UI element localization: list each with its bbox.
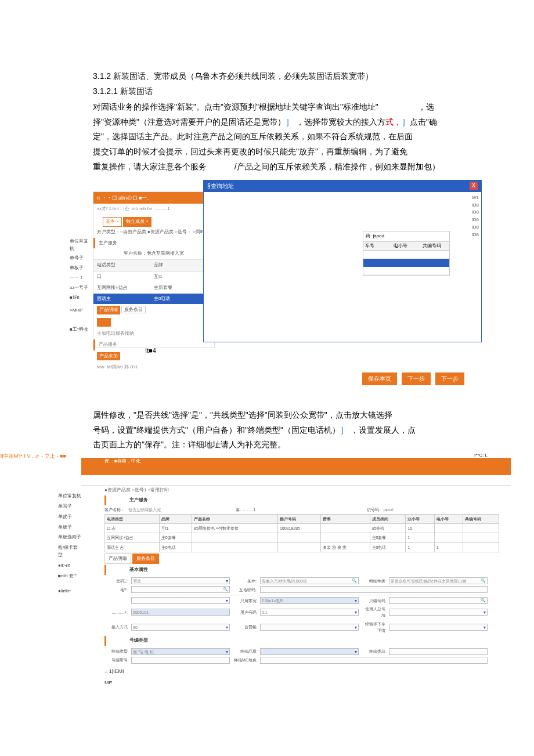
s2-form-2: 终端类型 固 "话 电 机 终端品质 终端类总 号编带号 终端MC地点 bbox=[104, 648, 488, 664]
s2-footer-1: = 1|IEMI bbox=[104, 667, 488, 675]
select-x[interactable] bbox=[131, 597, 230, 604]
select-bandwidth[interactable]: E86n1×电R bbox=[260, 597, 359, 604]
c: 激装 滑 资 类 bbox=[321, 542, 370, 552]
s1-sb-2b: 一一 1 bbox=[70, 274, 91, 282]
s1-prodtab1[interactable]: 产品明细 bbox=[97, 306, 120, 314]
select-terminal-qual[interactable] bbox=[260, 648, 359, 655]
c: 互t1 bbox=[159, 524, 192, 533]
paragraph-line-8: 击页面上方的"保存"。注：详细地址请人为补充完整。 bbox=[93, 438, 488, 452]
s1-td1a: 口 bbox=[97, 273, 154, 281]
input-condition[interactable]: 应急入市对住用品山00值 bbox=[260, 577, 359, 584]
s2-prodtab-2[interactable]: 服务条目 bbox=[132, 554, 159, 565]
input-addr[interactable] bbox=[131, 586, 230, 593]
s1-tab-member[interactable]: 独立成员 × bbox=[123, 217, 151, 227]
c bbox=[321, 524, 370, 533]
lbl: ...........×: bbox=[104, 609, 128, 616]
s1-sb-3: oz一号子 bbox=[70, 284, 91, 292]
table-row[interactable]: 口.占 互t1 e5网络接电 ×付数零接接 100818285 o5等机 10 bbox=[105, 524, 499, 533]
c bbox=[463, 524, 499, 533]
select-exp[interactable] bbox=[389, 624, 488, 631]
s2-radio-row[interactable]: ●资源产品类 ○选号1 ○常用打印 bbox=[81, 486, 511, 495]
input-loc-code[interactable] bbox=[260, 586, 488, 593]
next-button-2[interactable]: 下一步 bbox=[435, 372, 464, 385]
s2-sb-3: 单板子 bbox=[58, 524, 82, 531]
lbl: 终端类总 bbox=[362, 648, 385, 654]
s1-td2b: 主新套餐 bbox=[154, 284, 211, 292]
s1-prodtab2[interactable]: 服务条目 bbox=[121, 306, 146, 313]
rp-th2: 共编号码 bbox=[421, 242, 449, 251]
save-button[interactable]: 保存本页 bbox=[362, 372, 397, 385]
s1-th1: 电话类型 bbox=[97, 262, 154, 269]
input-detailclass[interactable]: 常是众鱼可无线民侧品c件在之居类限山侧 bbox=[389, 577, 488, 584]
c: 主0电话 bbox=[159, 542, 192, 552]
s2-th-4: 费率 bbox=[321, 514, 370, 523]
c bbox=[463, 542, 499, 552]
close-icon[interactable]: X bbox=[470, 182, 478, 190]
rc0: W1 bbox=[456, 194, 479, 202]
s1-bottom-btn[interactable]: 产品未加 bbox=[97, 352, 120, 361]
s2-topbar: 保. . ■存留，中化 i**C; L bbox=[81, 458, 511, 475]
s2-f3l: 识号码: bbox=[367, 507, 380, 513]
s1-left-panel: n ・・口 alm心口 ■一. xx才f 1.lmt：i丕 :m≥ mb hn … bbox=[93, 191, 215, 348]
s1-td3b[interactable]: 主0电话 bbox=[154, 295, 211, 303]
c: 口.占 bbox=[105, 524, 160, 533]
input-shared-num[interactable] bbox=[389, 597, 488, 604]
p5b: /产品之间的互斥依赖关系，精准操作，例如来显附加包） bbox=[234, 162, 440, 171]
rc5: ID8 bbox=[456, 231, 479, 239]
s1-subline: xx才f 1.lmt：i丕 :m≥ mb hn ---- ----1 bbox=[93, 204, 214, 215]
c bbox=[277, 533, 320, 542]
s2-section3: 号编类型 bbox=[104, 636, 511, 646]
next-button-1[interactable]: 下一步 bbox=[402, 372, 431, 385]
s1-sb-4: ■好it bbox=[70, 294, 91, 302]
table-row[interactable]: 固话主 占 主0电话 激装 滑 资 类 主0电话 1 1 bbox=[105, 542, 499, 552]
input-dots[interactable]: 0000101 bbox=[131, 609, 230, 616]
input-terminal-total[interactable] bbox=[389, 648, 488, 655]
select-terminal-type[interactable]: 固 "话 电 机 bbox=[131, 648, 230, 655]
rp-th0: 车号 bbox=[363, 242, 392, 251]
s1-tab-basic[interactable]: 基本 × bbox=[103, 217, 122, 227]
table-row[interactable]: 互网网接×益占 主0套餐 主0套餐 1 bbox=[105, 533, 499, 542]
heading-3-1-2-1: 3.1.2.1 新装固话 bbox=[93, 85, 488, 97]
s1-caption-left: Mw· Mf国IMI 邦 iTH bbox=[93, 362, 214, 373]
select-access[interactable]: 80 bbox=[131, 624, 230, 631]
c: 1 bbox=[434, 542, 463, 552]
s1-radio-row[interactable]: 开户类型：○自由产品类 ●资源产品类 ○选号： ○同时 bbox=[93, 227, 214, 238]
lbl: 只属带宽 bbox=[233, 598, 257, 604]
rp-th1: 电小等 bbox=[392, 242, 420, 251]
s1-bottom-block[interactable] bbox=[97, 318, 111, 327]
c bbox=[434, 524, 463, 533]
s1-td2a: 互网网接×益占 bbox=[97, 284, 154, 292]
select-is-shared[interactable]: 否是 bbox=[131, 577, 230, 584]
s1-sidebar: 单位常复机 单号子 单板子 一一 1 oz一号子 ■好it >MHP ■工*料收 bbox=[70, 238, 91, 336]
s2-f3v: japod bbox=[384, 507, 488, 513]
p2d: 点击"确 bbox=[410, 117, 437, 126]
screenshot-2: 小'If中祖M'f* f V . オ - 立上 - ■■ 单位常复机 单写子 单… bbox=[81, 458, 511, 649]
rp-label: 药· japod bbox=[363, 231, 449, 241]
s2-th-1: 品牌 bbox=[159, 514, 192, 523]
paragraph-line-4: 提交订单的时候才会提示，回过头来再更改的时候只能先"放弃"，再重新编辑，为了避免 bbox=[93, 145, 488, 159]
p1a: 对固话业务的操作选择"新装"。点击"资源预判"根据地址关键字查询出"标准地址" bbox=[93, 102, 378, 111]
lbl: 终端类型 bbox=[104, 648, 128, 654]
s1-td3a[interactable]: 固话主 bbox=[97, 295, 154, 303]
s2-form: 是码Ξ: 否是 条件: 应急入市对住用品山00值 明细性类 常是众鱼可无线民侧品… bbox=[104, 577, 488, 634]
s2-th-5: 成员类间 bbox=[370, 514, 406, 523]
s2-prodtab-1[interactable]: 产品明细 bbox=[104, 554, 131, 565]
input-terminal-mc[interactable] bbox=[260, 657, 488, 664]
s2-th-0: 电话类型 bbox=[105, 514, 160, 523]
select-fee[interactable] bbox=[260, 624, 359, 631]
top-left-note: 小'If中祖M'f* f V . オ - 立上 - ■■ bbox=[0, 452, 66, 460]
c: 互网网接×益占 bbox=[105, 533, 160, 542]
select-user-total[interactable] bbox=[389, 609, 488, 616]
p2b: ，选择带宽较大的接入方 bbox=[296, 117, 385, 126]
button-row-1: 保存本页 下一步 下一步 bbox=[93, 371, 464, 385]
lbl: 合费幅 bbox=[233, 624, 257, 630]
s2-f1v: 包含互联网接入宽 bbox=[128, 507, 232, 513]
c: 主0套餐 bbox=[159, 533, 192, 542]
lbl: 终端MC地点 bbox=[233, 657, 257, 663]
p2a: 择"资源种类"（注意选对需要开户的是固话还是宽带） bbox=[93, 117, 286, 126]
input-num-band[interactable] bbox=[131, 657, 230, 664]
c: 100818285 bbox=[277, 524, 320, 533]
select-user-num[interactable]: 0.1 bbox=[260, 609, 359, 616]
s2-topbar-text: 保. . ■存留，中化 bbox=[81, 458, 140, 464]
dialog-title: §查询地址 bbox=[207, 182, 234, 191]
